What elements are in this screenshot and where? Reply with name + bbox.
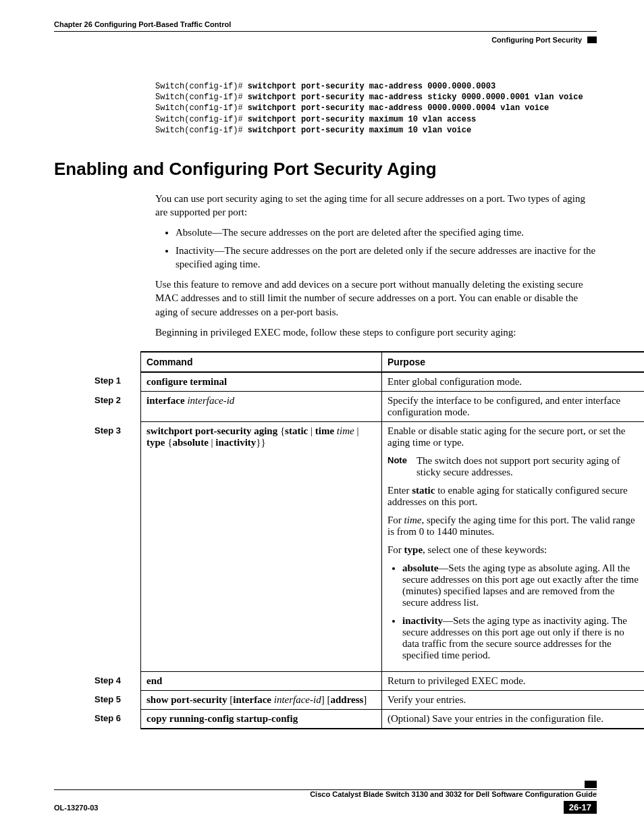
type-keywords-list: absolute—Sets the aging type as absolute…	[387, 563, 642, 661]
step-label: Step 3	[95, 422, 141, 672]
intro-paragraph: You can use port security aging to set t…	[155, 192, 597, 219]
table-row: Step 5 show port-security [interface int…	[95, 691, 644, 710]
code-command: switchport port-security mac-address 000…	[248, 103, 549, 113]
footer-guide-title: Cisco Catalyst Blade Switch 3130 and 303…	[310, 790, 597, 798]
list-item: Absolute—The secure addresses on the por…	[176, 226, 597, 239]
note-block: Note The switch does not support port se…	[387, 455, 642, 478]
intro-paragraph: Beginning in privileged EXEC mode, follo…	[155, 325, 597, 339]
col-header-purpose: Purpose	[382, 352, 645, 372]
command-cell: configure terminal	[141, 372, 382, 392]
section-heading: Enabling and Configuring Port Security A…	[54, 159, 597, 180]
purpose-cell: Return to privileged EXEC mode.	[382, 672, 645, 691]
command-cell: switchport port-security aging {static |…	[141, 422, 382, 672]
command-cell: interface interface-id	[141, 392, 382, 422]
code-command: switchport port-security maximum 10 vlan…	[248, 126, 471, 135]
purpose-cell: Enable or disable static aging for the s…	[382, 422, 645, 672]
purpose-text: For type, select one of these keywords:	[387, 544, 642, 556]
steps-table: Command Purpose Step 1 configure termina…	[95, 351, 644, 729]
table-row: Step 2 interface interface-id Specify th…	[95, 392, 644, 422]
command-cell: copy running-config startup-config	[141, 710, 382, 729]
step-label: Step 4	[95, 672, 141, 691]
code-prompt: Switch(config-if)#	[155, 82, 248, 91]
purpose-text: For time, specify the aging time for thi…	[387, 515, 642, 538]
col-spacer	[95, 352, 141, 372]
purpose-text: Enable or disable static aging for the s…	[387, 425, 642, 448]
footer-marker-icon	[585, 781, 597, 788]
command-cell: end	[141, 672, 382, 691]
list-item: inactivity—Sets the aging type as inacti…	[402, 615, 642, 661]
step-label: Step 5	[95, 691, 141, 710]
step-label: Step 1	[95, 372, 141, 392]
note-text: The switch does not support port securit…	[417, 455, 642, 478]
note-label: Note	[387, 455, 407, 478]
command-cell: show port-security [interface interface-…	[141, 691, 382, 710]
chapter-header: Chapter 26 Configuring Port-Based Traffi…	[54, 20, 597, 32]
table-row: Step 6 copy running-config startup-confi…	[95, 710, 644, 729]
table-row: Step 4 end Return to privileged EXEC mod…	[95, 672, 644, 691]
code-prompt: Switch(config-if)#	[155, 115, 248, 124]
header-marker-icon	[587, 36, 597, 43]
purpose-text: Enter static to enable aging for statica…	[387, 485, 642, 508]
code-command: switchport port-security mac-address 000…	[248, 82, 495, 91]
section-header: Configuring Port Security	[491, 36, 582, 44]
purpose-cell: Verify your entries.	[382, 691, 645, 710]
code-block: Switch(config-if)# switchport port-secur…	[155, 81, 597, 136]
table-row: Step 3 switchport port-security aging {s…	[95, 422, 644, 672]
code-command: switchport port-security maximum 10 vlan…	[248, 115, 476, 124]
purpose-cell: (Optional) Save your entries in the conf…	[382, 710, 645, 729]
list-item: Inactivity—The secure addresses on the p…	[176, 244, 597, 271]
code-command: switchport port-security mac-address sti…	[248, 93, 583, 102]
page-number: 26-17	[564, 801, 597, 814]
step-label: Step 2	[95, 392, 141, 422]
code-prompt: Switch(config-if)#	[155, 126, 248, 135]
intro-paragraph: Use this feature to remove and add devic…	[155, 278, 597, 319]
list-item: absolute—Sets the aging type as absolute…	[402, 563, 642, 608]
code-prompt: Switch(config-if)#	[155, 93, 248, 102]
body-text: You can use port security aging to set t…	[155, 192, 597, 339]
purpose-cell: Specify the interface to be configured, …	[382, 392, 645, 422]
aging-types-list: Absolute—The secure addresses on the por…	[155, 226, 597, 271]
page-footer: Cisco Catalyst Blade Switch 3130 and 303…	[54, 781, 597, 814]
purpose-cell: Enter global configuration mode.	[382, 372, 645, 392]
code-prompt: Switch(config-if)#	[155, 103, 248, 113]
col-header-command: Command	[141, 352, 382, 372]
footer-doc-id: OL-13270-03	[54, 804, 98, 812]
section-header-row: Configuring Port Security	[54, 36, 597, 44]
step-label: Step 6	[95, 710, 141, 729]
table-row: Step 1 configure terminal Enter global c…	[95, 372, 644, 392]
